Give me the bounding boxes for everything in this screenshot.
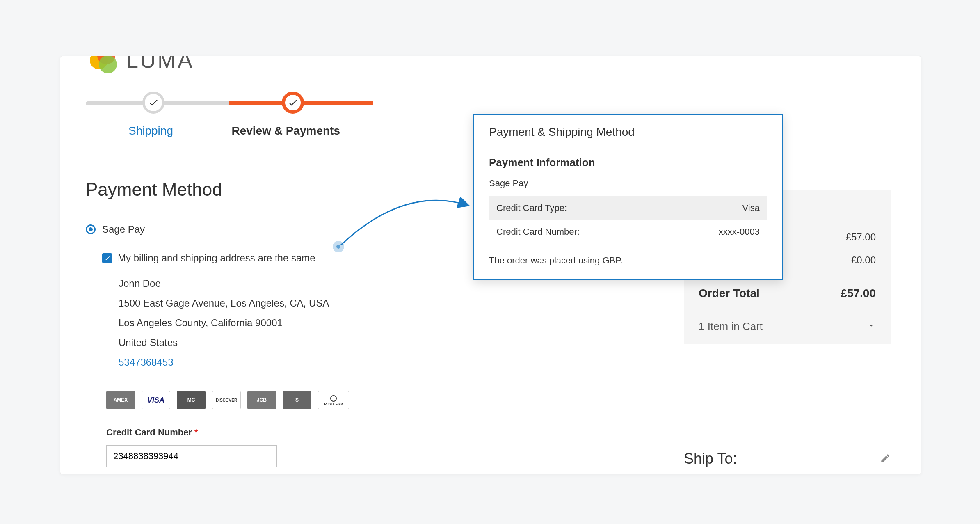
switch-icon: S	[283, 391, 311, 409]
logo-text: LUMA	[126, 56, 194, 73]
accepted-cards: AMEX VISA MC DISCOVER JCB S Diners Club	[106, 391, 349, 409]
table-row: Credit Card Number: xxxx-0003	[489, 220, 767, 244]
cc-number-label: Credit Card Number*	[106, 427, 198, 438]
edit-icon[interactable]	[880, 450, 891, 467]
amex-icon: AMEX	[106, 391, 135, 409]
radio-label: Sage Pay	[102, 224, 145, 235]
popover-title: Payment & Shipping Method	[489, 126, 767, 146]
logo-icon	[90, 56, 119, 74]
annotation-arrow	[331, 189, 495, 271]
address-phone[interactable]: 5347368453	[119, 352, 329, 372]
svg-point-0	[333, 241, 344, 252]
mastercard-icon: MC	[177, 391, 206, 409]
address-street: 1500 East Gage Avenue, Los Angeles, CA, …	[119, 293, 329, 313]
cart-items-label: 1 Item in Cart	[699, 320, 763, 333]
summary-shipping: £0.00	[851, 254, 876, 266]
order-total-value: £57.00	[841, 287, 876, 300]
same-address-checkbox[interactable]: My billing and shipping address are the …	[102, 252, 315, 264]
address-name: John Doe	[119, 274, 329, 293]
checkout-progress: Shipping Review & Payments	[86, 101, 373, 137]
cc-type-label: Credit Card Type:	[496, 203, 567, 213]
billing-address: John Doe 1500 East Gage Avenue, Los Ange…	[119, 274, 329, 372]
popover-subtitle: Payment Information	[489, 156, 767, 169]
check-icon	[148, 97, 159, 108]
visa-icon: VISA	[142, 391, 170, 409]
summary-subtotal: £57.00	[846, 231, 876, 243]
checkout-card: LUMA Shipping Review & Payments Payment …	[60, 56, 921, 474]
currency-note: The order was placed using GBP.	[489, 255, 767, 266]
payment-method-heading: Payment Method	[86, 179, 222, 200]
brand-logo: LUMA	[90, 56, 194, 74]
step-shipping-dot[interactable]	[142, 92, 164, 114]
check-icon	[288, 97, 298, 108]
step-review-dot[interactable]	[282, 92, 304, 114]
ship-to-label: Ship To:	[684, 450, 737, 467]
order-total-label: Order Total	[699, 287, 760, 300]
ship-to-section: Ship To:	[684, 435, 891, 467]
payment-info-table: Credit Card Type: Visa Credit Card Numbe…	[489, 196, 767, 244]
payment-radio-sagepay[interactable]: Sage Pay	[86, 224, 145, 235]
checkbox-icon	[102, 253, 112, 263]
step-shipping-label[interactable]: Shipping	[128, 124, 173, 137]
address-region: Los Angeles County, California 90001	[119, 313, 329, 333]
cc-number-input[interactable]	[106, 445, 277, 467]
cc-type-value: Visa	[742, 203, 760, 213]
address-country: United States	[119, 333, 329, 352]
jcb-icon: JCB	[247, 391, 276, 409]
discover-icon: DISCOVER	[212, 391, 241, 409]
cart-items-toggle[interactable]: 1 Item in Cart	[699, 310, 876, 333]
cc-num-label: Credit Card Number:	[496, 227, 580, 237]
cc-num-value: xxxx-0003	[719, 227, 760, 237]
diners-icon: Diners Club	[318, 391, 349, 409]
checkbox-label: My billing and shipping address are the …	[118, 252, 315, 264]
table-row: Credit Card Type: Visa	[489, 196, 767, 220]
radio-icon	[86, 224, 96, 234]
chevron-down-icon	[867, 320, 876, 333]
popover-method: Sage Pay	[489, 178, 767, 189]
step-review-label: Review & Payments	[231, 124, 340, 137]
svg-point-1	[336, 245, 340, 249]
payment-info-popover: Payment & Shipping Method Payment Inform…	[473, 114, 783, 280]
